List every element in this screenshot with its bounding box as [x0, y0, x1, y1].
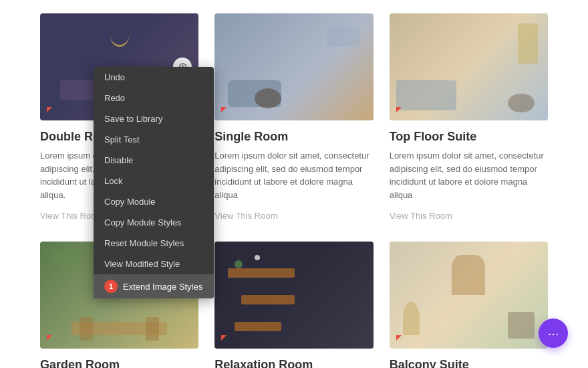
- card-title-single-room: Single Room: [214, 130, 373, 144]
- menu-item-view-modified-style-label: View Modified Style: [104, 259, 180, 269]
- card-image-balcony: [390, 242, 548, 349]
- card-desc-top-floor: Lorem ipsum dolor sit amet, consectetur …: [390, 149, 548, 201]
- arrow-indicator-garden: [47, 335, 52, 341]
- menu-item-view-modified-style[interactable]: View Modified Style: [94, 254, 214, 274]
- card-double-room: ⊕ Double Room Lorem ipsum dolor sit amet…: [40, 13, 198, 221]
- menu-item-split-test[interactable]: Split Test: [94, 129, 214, 150]
- page-wrapper: ⊕ Double Room Lorem ipsum dolor sit amet…: [0, 0, 588, 368]
- card-title-top-floor: Top Floor Suite: [390, 130, 548, 144]
- context-menu: Undo Redo Save to Library Split Test Dis…: [94, 67, 214, 298]
- menu-item-extend-image-styles-label: Extend Image Styles: [123, 282, 202, 292]
- menu-item-reset-module-styles-label: Reset Module Styles: [104, 238, 184, 248]
- arrow-indicator: [47, 107, 52, 112]
- card-single-room: Single Room Lorem ipsum dolor sit amet, …: [214, 13, 373, 221]
- sofa-decoration-top: [396, 80, 456, 110]
- menu-item-copy-module-label: Copy Module: [104, 197, 156, 207]
- card-link-single-room[interactable]: View This Room: [214, 211, 277, 221]
- card-balcony-suite: Balcony Suite Lorem ipsum dolor sit amet…: [390, 242, 548, 368]
- card-image-single-room: [214, 13, 373, 120]
- card-image-relaxation: [214, 242, 373, 349]
- menu-item-lock-label: Lock: [104, 176, 122, 186]
- card-link-top-floor[interactable]: View This Room: [390, 211, 452, 221]
- card-desc-single-room: Lorem ipsum dolor sit amet, consectetur …: [214, 149, 373, 201]
- card-grid: ⊕ Double Room Lorem ipsum dolor sit amet…: [40, 13, 548, 368]
- menu-item-redo[interactable]: Redo: [94, 88, 214, 108]
- pendant-decoration: [110, 20, 130, 47]
- menu-item-save-library[interactable]: Save to Library: [94, 108, 214, 129]
- fab-button[interactable]: ···: [539, 318, 568, 348]
- card-title-relaxation: Relaxation Room: [214, 358, 373, 368]
- arrow-indicator-balcony: [396, 335, 402, 341]
- arrow-indicator-relaxation: [221, 335, 227, 341]
- menu-item-undo-label: Undo: [104, 72, 125, 82]
- shelf-2: [241, 295, 295, 304]
- shelf-3: [235, 322, 281, 331]
- card-image-top-floor: [390, 13, 548, 120]
- card-top-floor-suite: Top Floor Suite Lorem ipsum dolor sit am…: [390, 13, 548, 221]
- arrow-indicator-single: [221, 107, 227, 112]
- menu-item-redo-label: Redo: [104, 93, 125, 103]
- furniture-decoration: [60, 80, 94, 100]
- menu-item-disable[interactable]: Disable: [94, 150, 214, 171]
- card-title-balcony: Balcony Suite: [390, 358, 548, 368]
- card-title-garden: Garden Room: [40, 358, 198, 368]
- menu-item-save-library-label: Save to Library: [104, 114, 162, 124]
- menu-item-copy-module[interactable]: Copy Module: [94, 191, 214, 212]
- menu-badge: 1: [104, 280, 118, 293]
- shelf-1: [228, 268, 295, 278]
- menu-item-lock[interactable]: Lock: [94, 171, 214, 191]
- arrow-indicator-top: [396, 107, 402, 112]
- menu-item-copy-module-styles[interactable]: Copy Module Styles: [94, 212, 214, 233]
- fab-icon: ···: [548, 326, 559, 341]
- menu-item-disable-label: Disable: [104, 155, 133, 165]
- card-relaxation-room: Relaxation Room Lorem ipsum dolor sit am…: [214, 242, 373, 368]
- menu-item-extend-image-styles[interactable]: 1 Extend Image Styles: [94, 274, 214, 298]
- menu-item-undo[interactable]: Undo: [94, 67, 214, 88]
- menu-item-reset-module-styles[interactable]: Reset Module Styles: [94, 233, 214, 254]
- menu-item-split-test-label: Split Test: [104, 134, 140, 145]
- menu-item-copy-module-styles-label: Copy Module Styles: [104, 217, 182, 227]
- pillow-decoration: [327, 27, 360, 47]
